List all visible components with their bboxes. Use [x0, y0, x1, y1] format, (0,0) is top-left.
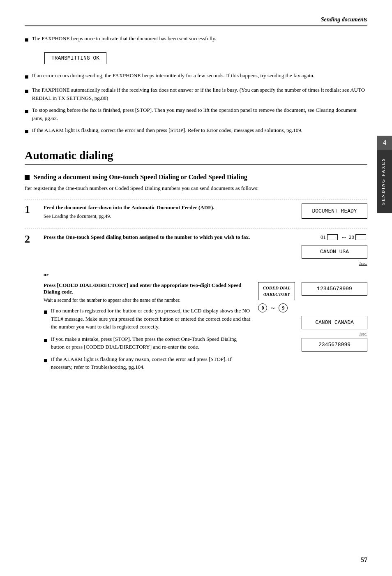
- range-end: 20: [349, 234, 354, 241]
- bullet-text-5: If the ALARM light is flashing, correct …: [32, 126, 302, 134]
- coded-number-display: 12345678999: [302, 282, 367, 296]
- bullet-icon-1: ■: [25, 35, 29, 45]
- bullet-item-5: ■ If the ALARM light is flashing, correc…: [25, 126, 367, 136]
- bullet-item-3: ■ The FAXPHONE automatically redials if …: [25, 86, 367, 102]
- coded-dial-line1: CODED DIAL: [263, 285, 291, 290]
- doc-ready-display: DOCUMENT READY: [302, 204, 367, 219]
- step-2-row: 2 Press the One-touch Speed dialing butt…: [25, 229, 367, 375]
- steps-area: 1 Feed the document face-down into the A…: [25, 199, 367, 375]
- bullet-text-s2-1: If no number is registered for the butto…: [51, 307, 252, 331]
- step-1-number: 1: [25, 204, 37, 216]
- step-1-content: Feed the document face-down into the Aut…: [44, 204, 367, 220]
- bullet-text-2: If an error occurs during sending, the F…: [32, 72, 315, 80]
- sub-heading: Sending a document using One-touch Speed…: [25, 173, 367, 181]
- range-box-start: [327, 234, 338, 240]
- step2-bullet-1: ■ If no number is registered for the but…: [44, 307, 251, 331]
- step2-bullets: ■ If no number is registered for the but…: [44, 307, 251, 371]
- tab-number: 4: [377, 136, 392, 150]
- step-1-row: 1 Feed the document face-down into the A…: [25, 199, 367, 220]
- step-2-title: Press the One-touch Speed dialing button…: [44, 233, 288, 241]
- circle-tilde: ～: [270, 304, 276, 312]
- step2-bullet-3: ■ If the ALARM light is flashing for any…: [44, 355, 251, 371]
- canon-canada-display: CANON CANADA: [302, 316, 367, 329]
- bullet-icon-s2-2: ■: [44, 335, 48, 345]
- bullet-item-4: ■ To stop sending before the fax is fini…: [25, 106, 367, 122]
- header-title: Sending documents: [321, 16, 367, 23]
- coded-dial-label: CODED DIAL /DIRECTORY: [258, 282, 295, 301]
- auto-dialing-heading: Automatic dialing: [25, 149, 367, 165]
- bullet-icon-5: ■: [25, 127, 29, 136]
- circle-9: 9: [279, 303, 288, 312]
- bullet-icon-s2-3: ■: [44, 356, 48, 365]
- circle-0: 0: [258, 303, 267, 312]
- bullet-text-4: To stop sending before the fax is finish…: [32, 106, 367, 122]
- step2-inner: Press the One-touch Speed dialing button…: [44, 233, 367, 267]
- bullet-icon-4: ■: [25, 106, 29, 116]
- tab-label: SENDING FAXES: [377, 150, 392, 213]
- step2-bullet-2: ■ If you make a mistake, press [STOP]. T…: [44, 335, 251, 351]
- bullet-icon-3: ■: [25, 86, 29, 96]
- step-1-sub: See Loading the document, pg.49.: [44, 213, 293, 220]
- sub-heading-text: Sending a document using One-touch Speed…: [34, 173, 247, 180]
- range-start: 01: [321, 234, 326, 241]
- bullet-text-s2-2: If you make a mistake, press [STOP]. The…: [51, 335, 252, 351]
- press-coded-title: Press [CODED DIAL/DIRECTORY] and enter t…: [44, 282, 251, 295]
- step-2-number: 2: [25, 233, 37, 245]
- step2-text-col: Press the One-touch Speed dialing button…: [44, 233, 288, 267]
- transmit-box: TRANSMITTING OK: [44, 52, 106, 64]
- bullet-text-s2-3: If the ALARM light is flashing for any r…: [51, 355, 252, 371]
- intro-text: fter registering the One-touch numbers o…: [25, 184, 367, 192]
- step-2-content: Press the One-touch Speed dialing button…: [44, 233, 367, 375]
- bullet-text-1: The FAXPHONE beeps once to indicate that…: [32, 35, 216, 43]
- bullet-icon-s2-1: ■: [44, 307, 48, 317]
- last-number-display: 2345678999: [302, 338, 367, 352]
- canon-usa-display: CANON USA: [302, 245, 367, 259]
- step2-disp-col: 01 ～ 20 CANON USA 1sec.: [293, 233, 367, 267]
- bullet-item-2: ■ If an error occurs during sending, the…: [25, 72, 367, 82]
- or-text: or: [44, 271, 367, 278]
- sec-label-2: 1sec.: [359, 332, 367, 336]
- tilde-symbol: ～: [341, 233, 347, 242]
- square-icon: [25, 175, 30, 180]
- bullet-text-3: The FAXPHONE automatically redials if th…: [32, 86, 367, 102]
- page-header: Sending documents: [25, 16, 367, 26]
- sec-label-1: 1sec.: [359, 261, 367, 266]
- range-box-end: [355, 234, 366, 240]
- page-number: 57: [361, 556, 367, 564]
- bullet-icon-2: ■: [25, 72, 29, 82]
- bullet-item-1: ■ The FAXPHONE beeps once to indicate th…: [25, 35, 367, 45]
- coded-dial-line2: /DIRECTORY: [263, 291, 290, 296]
- top-bullet-section: ■ The FAXPHONE beeps once to indicate th…: [25, 35, 367, 136]
- coded-right-group: CODED DIAL /DIRECTORY 12345678999 0 ～ 9: [258, 282, 367, 354]
- press-coded-sub: Wait a second for the number to appear a…: [44, 297, 251, 304]
- step-1-title: Feed the document face-down into the Aut…: [44, 204, 293, 212]
